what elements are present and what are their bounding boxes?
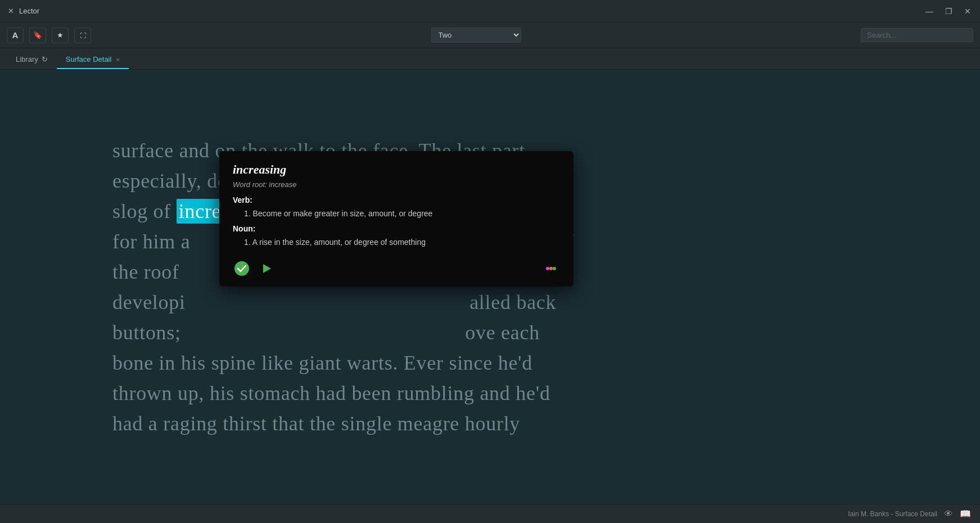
title-bar-controls: — ❐ ✕ — [924, 6, 973, 17]
minimize-icon: — — [925, 7, 933, 16]
library-reload-icon[interactable]: ↻ — [42, 55, 48, 63]
window-close-button[interactable]: ✕ — [962, 6, 973, 17]
text-line7: buttons; ove each — [112, 321, 540, 344]
svg-marker-1 — [263, 264, 271, 273]
book-tab-label: Surface Detail — [66, 55, 112, 63]
search-input[interactable] — [861, 28, 973, 42]
status-bar: Iain M. Banks - Surface Detail 👁 📖 — [0, 504, 980, 523]
dict-verb-label: Verb: — [233, 195, 560, 204]
play-button[interactable] — [258, 260, 276, 278]
maximize-button[interactable]: ❐ — [943, 6, 954, 17]
dict-noun-def: 1. A rise in the size, amount, or degree… — [233, 237, 560, 248]
eye-button[interactable]: 👁 — [944, 509, 953, 519]
maximize-icon: ❐ — [945, 7, 952, 16]
tab-book[interactable]: Surface Detail × — [57, 51, 129, 69]
text-line9: thrown up, his stomach had been rumbling… — [112, 382, 550, 404]
book-icon-button[interactable]: 📖 — [960, 508, 971, 519]
profile-select[interactable]: One Two Three — [431, 28, 521, 43]
font-icon: A — [12, 30, 19, 40]
book-text: surface and on the walk to the face. The… — [0, 70, 980, 504]
word-root-label: Word root: — [233, 180, 267, 189]
dict-footer — [233, 260, 560, 278]
fullscreen-icon: ⛶ — [80, 32, 86, 39]
dict-verb-def: 1. Become or make greater in size, amoun… — [233, 208, 560, 220]
app-title: Lector — [19, 7, 39, 15]
tabs-bar: Library ↻ Surface Detail × — [0, 48, 980, 70]
svg-point-3 — [549, 267, 553, 270]
text-line6: developi alled back — [112, 291, 556, 313]
title-bar: ✕ Lector — ❐ ✕ — [0, 0, 980, 22]
fullscreen-button[interactable]: ⛶ — [74, 28, 91, 43]
svg-point-0 — [234, 261, 249, 276]
toolbar: A 🔖 ★ ⛶ One Two Three — [0, 22, 980, 48]
bookmark-icon: 🔖 — [33, 31, 42, 39]
library-tab-label: Library — [16, 55, 38, 63]
text-line8: bone in his spine like giant warts. Ever… — [112, 352, 532, 374]
confirm-button[interactable] — [233, 260, 251, 278]
tab-close-icon[interactable]: × — [116, 56, 119, 63]
close-button[interactable]: ✕ — [7, 7, 15, 15]
profile-select-wrap: One Two Three — [431, 28, 521, 43]
minimize-button[interactable]: — — [924, 6, 935, 17]
close-icon: ✕ — [8, 7, 14, 15]
dict-footer-right — [542, 260, 560, 278]
word-root-value: increase — [269, 180, 296, 189]
dict-word-root: Word root: increase — [233, 180, 560, 189]
dictionary-popup: increasing Word root: increase Verb: 1. … — [219, 151, 573, 286]
check-icon — [234, 261, 250, 276]
font-button[interactable]: A — [7, 28, 24, 43]
text-line10: had a raging thirst that the single meag… — [112, 412, 520, 435]
title-bar-left: ✕ Lector — [7, 7, 39, 15]
star-icon: ★ — [57, 31, 64, 39]
more-options-button[interactable] — [542, 260, 560, 278]
book-icon: 📖 — [960, 508, 971, 519]
dict-word: increasing — [233, 162, 560, 177]
book-info: Iain M. Banks - Surface Detail — [848, 510, 937, 518]
bookmark-button[interactable]: 🔖 — [29, 28, 46, 43]
star-button[interactable]: ★ — [52, 28, 69, 43]
svg-point-4 — [553, 267, 556, 270]
window-close-icon: ✕ — [964, 7, 971, 16]
main-content: surface and on the walk to the face. The… — [0, 70, 980, 504]
dict-noun-label: Noun: — [233, 224, 560, 233]
eye-icon: 👁 — [944, 509, 953, 519]
dots-icon — [543, 261, 559, 276]
play-icon — [259, 261, 274, 276]
svg-point-2 — [546, 267, 549, 270]
tab-library[interactable]: Library ↻ — [7, 51, 57, 69]
toolbar-center: One Two Three — [97, 28, 855, 43]
